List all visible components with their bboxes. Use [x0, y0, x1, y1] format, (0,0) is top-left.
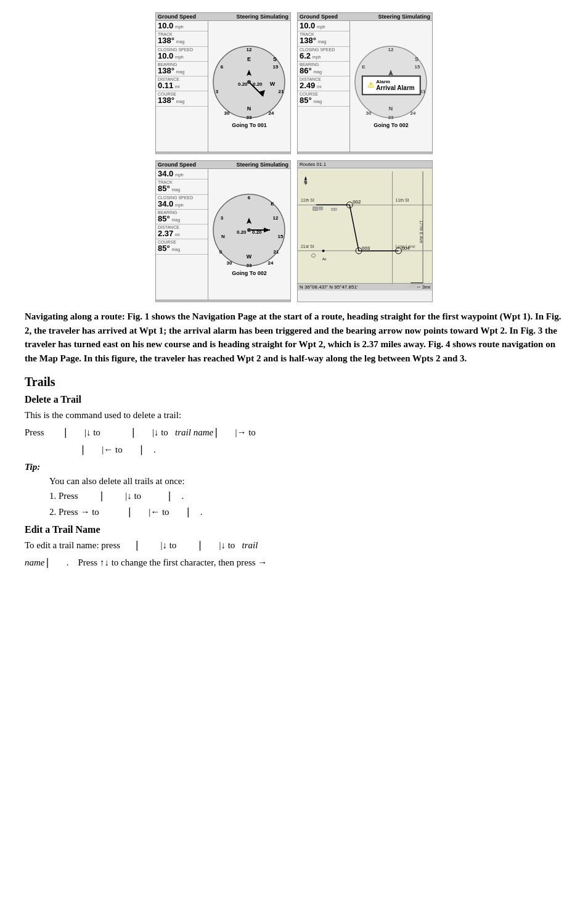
fig1-course-field: Course 138° mag — [156, 91, 208, 106]
fig2-closing-field: Closing Speed 6.2 mph — [298, 47, 349, 62]
svg-rect-76 — [319, 207, 323, 210]
tip-item1-key3: | — [166, 490, 172, 501]
fig2-left-panel: 10.0 mph Track 138° mag Closing Speed 6.… — [298, 21, 350, 152]
fig1-header-left: Ground Speed — [158, 14, 196, 20]
svg-text:E: E — [271, 201, 274, 207]
fig1-body: 10.0 mph Track 138° mag Closing Speed 10… — [156, 21, 290, 152]
svg-text:11th St: 11th St — [396, 198, 409, 202]
fig2-speed-field: 10.0 mph — [298, 21, 349, 31]
edit-trail-italic: trail — [242, 540, 258, 550]
tip-item1-key2: |↓ to — [125, 491, 141, 501]
svg-text:33: 33 — [247, 263, 252, 268]
fig2-body: 10.0 mph Track 138° mag Closing Speed 6.… — [298, 21, 432, 152]
alarm-icon: ⚠ — [367, 81, 374, 89]
svg-text:E: E — [362, 64, 365, 70]
delete-key9: | — [139, 444, 144, 455]
tip-item2-period: . — [200, 507, 203, 517]
fig1-off-course: Off Course 0 L ft — [157, 153, 201, 154]
fig4-coords: N 36°08.437' N 95°47.851' — [300, 284, 357, 290]
fig4-scale: ↔ 3mi — [416, 284, 430, 290]
fig2-alarm-popup: ⚠ Alarm Arrival Alarm — [361, 75, 420, 95]
fig1-bearing-unit: mag — [176, 70, 185, 74]
delete-trail-name: trail name — [175, 427, 213, 437]
caption-paragraph: Navigating along a route: Fig. 1 shows t… — [25, 310, 563, 365]
fig2-header-left: Ground Speed — [300, 14, 338, 20]
edit-name-italic: name — [25, 557, 45, 567]
delete-text2: Press | |↓ to | |↓ to trail name| |→ to — [25, 425, 563, 440]
svg-text:33: 33 — [247, 115, 252, 120]
svg-rect-78 — [334, 208, 337, 210]
svg-text:15: 15 — [278, 234, 284, 239]
fig2-compass-area: ⚠ Alarm Arrival Alarm 12 15 21 24 33 30 … — [350, 21, 432, 152]
edit-text2: name| . Press ↑↓ to change the first cha… — [25, 555, 563, 570]
svg-text:6: 6 — [221, 64, 224, 70]
svg-text:15: 15 — [415, 64, 420, 70]
caption-text-bold: Navigating along a route: Fig. 1 shows t… — [25, 311, 561, 363]
fig3-compass-svg: 6 E 12 3 15 N S 21 30 24 33 W — [211, 192, 288, 269]
figures-row2: Ground Speed Steering Simulating 34.0 mp… — [25, 160, 563, 302]
edit-text2-rest: Press ↑↓ to change the first character, … — [78, 557, 267, 567]
svg-text:21st St: 21st St — [301, 244, 314, 249]
svg-text:N: N — [247, 105, 251, 112]
fig2-course-text: Going To 002 — [372, 121, 409, 130]
svg-text:30: 30 — [366, 110, 372, 116]
fig1-track-value: 138° — [158, 36, 174, 45]
tip-item2: 2. Press → to | |← to | . — [49, 504, 563, 519]
svg-text:21: 21 — [279, 89, 284, 94]
fig1-track-field: Track 138° mag — [156, 31, 208, 46]
svg-text:3: 3 — [216, 89, 219, 94]
fig4-map-page: Routes 01.1 11th St 11th St 21st St Lynn… — [297, 160, 433, 302]
svg-text:12: 12 — [273, 215, 279, 221]
svg-text:002: 002 — [353, 199, 361, 205]
fig1-compass-area: 12 15 21 24 33 30 3 6 E N W S — [208, 21, 290, 152]
svg-text:6: 6 — [248, 195, 251, 200]
svg-text:S: S — [415, 56, 419, 62]
fig2-bottom-bar: Off Course 239 L ft Local Time 8:14:42 P… — [298, 152, 432, 154]
edit-period: . — [67, 557, 69, 567]
svg-text:15: 15 — [273, 64, 279, 70]
delete-key6: |→ to — [235, 427, 255, 437]
svg-text:21: 21 — [420, 89, 426, 94]
svg-text:W: W — [270, 81, 276, 87]
fig1-distance-value: 0.11 — [158, 81, 173, 90]
edit-key5: | — [45, 557, 51, 568]
delete-key2: |↓ to — [84, 427, 100, 437]
fig2-course-field: Course 85° mag — [298, 91, 349, 106]
tip-item1-pre: 1. Press — [49, 491, 78, 501]
edit-text1: To edit a trail name: press | |↓ to | |↓… — [25, 538, 563, 553]
svg-text:Ac: Ac — [322, 257, 327, 261]
tip-item2-key2: |← to — [149, 507, 169, 517]
delete-trail-title: Delete a Trail — [25, 394, 563, 405]
fig4-map-svg: 11th St 11th St 21st St Lynn Lane 177th … — [298, 168, 432, 290]
svg-text:33: 33 — [388, 115, 394, 120]
fig4-map-content: 11th St 11th St 21st St Lynn Lane 177th … — [298, 168, 432, 290]
svg-text:⬡: ⬡ — [311, 253, 316, 258]
svg-text:0.20: 0.20 — [237, 229, 247, 235]
fig1-bearing-value: 138° — [158, 66, 174, 75]
fig4-footer: N 36°08.437' N 95°47.851' ↔ 3mi — [298, 283, 432, 290]
delete-key3: | — [131, 427, 136, 438]
svg-point-50 — [247, 228, 251, 232]
fig1-position: Position Degrees/Minutes N 36°08.946' — [245, 153, 289, 154]
fig3-body: 34.0 mph Track 85° mag Closing Speed 34.… — [156, 169, 290, 300]
figures-container: Ground Speed Steering Simulating 10.0 mp… — [25, 12, 563, 154]
svg-text:0.20: 0.20 — [253, 81, 263, 87]
svg-text:003: 003 — [362, 245, 370, 251]
delete-key5: | — [213, 427, 219, 438]
tip-item1-period: . — [181, 491, 184, 501]
fig3-course-text: Going To 002 — [231, 269, 267, 278]
delete-text1: This is the command used to delete a tra… — [25, 408, 563, 422]
fig1-course-text: Going To 001 — [231, 121, 267, 130]
svg-text:12: 12 — [388, 47, 394, 52]
edit-key1: | — [134, 540, 140, 551]
svg-text:S: S — [273, 56, 277, 62]
fig1-left-panel: 10.0 mph Track 138° mag Closing Speed 10… — [156, 21, 208, 152]
fig3-compass-area: 6 E 12 3 15 N S 21 30 24 33 W — [208, 169, 290, 300]
svg-rect-75 — [313, 207, 318, 210]
svg-text:24: 24 — [269, 110, 274, 116]
fig2-speed-value: 10.0 — [300, 21, 315, 30]
tip-text: You can also delete all trails at once: — [49, 474, 563, 488]
svg-text:0.20: 0.20 — [252, 229, 262, 235]
svg-text:W: W — [247, 253, 252, 260]
fig2-track-field: Track 138° mag — [298, 31, 349, 46]
